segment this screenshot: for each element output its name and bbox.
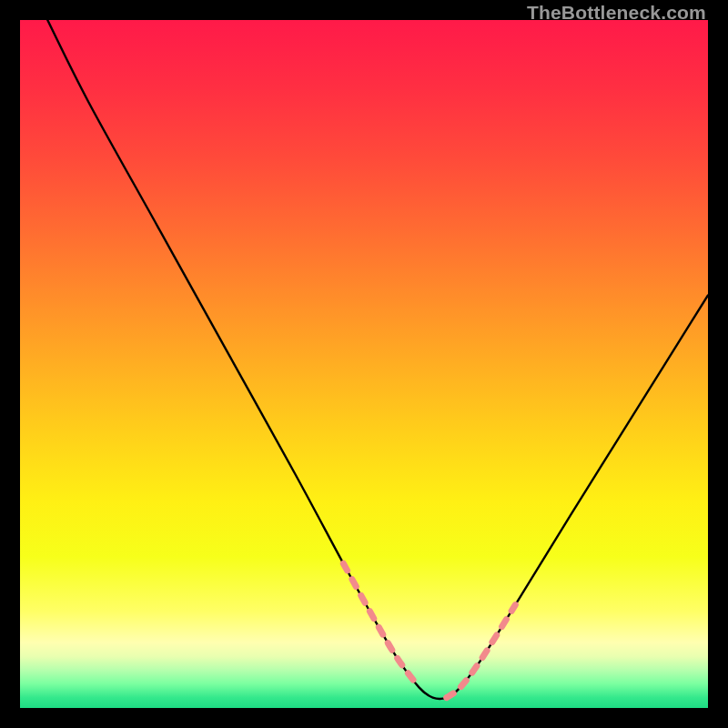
plot-gradient-background — [20, 20, 708, 708]
watermark-text: TheBottleneck.com — [527, 2, 706, 24]
chart-frame — [20, 20, 708, 708]
svg-rect-0 — [20, 20, 708, 708]
